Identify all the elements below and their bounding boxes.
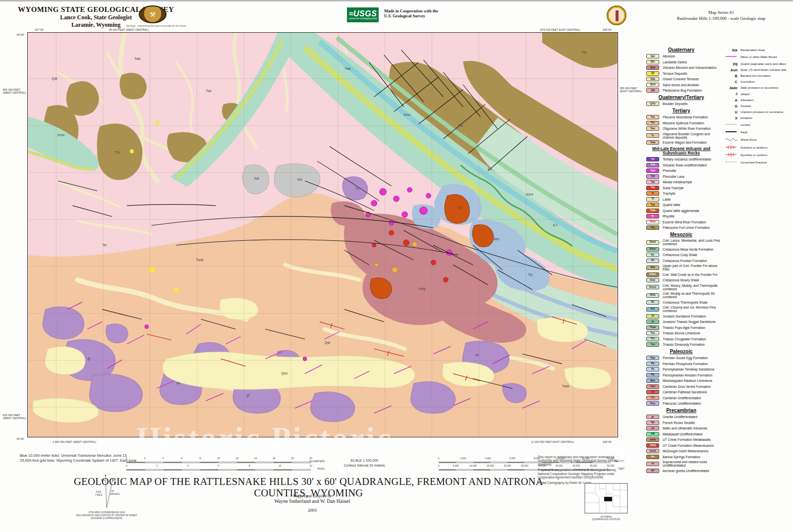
- map-edge-label: 42°30': [16, 437, 24, 440]
- legend-item-Js[interactable]: JsJurassic Sundance Formation: [646, 314, 722, 319]
- symbol-glyph: pg: [724, 61, 740, 66]
- legend-item-Tt[interactable]: TtTrachyte: [646, 191, 722, 196]
- legend-item-Tm[interactable]: TmPliocene Moonstone Formation: [646, 115, 722, 119]
- unit-label-Twr: Twr: [206, 89, 212, 93]
- legend-item-Tra[interactable]: TraTriassic Alcova Limestone: [646, 331, 722, 335]
- credits-block: Mapped and compiled by Wayne Sutherland …: [208, 494, 416, 513]
- legend-symbol-wavy[interactable]: Shear Zone: [724, 137, 791, 143]
- symbol-glyph: [724, 137, 740, 143]
- legend-item-KJ[interactable]: KJCret. Cloverly and Jur. Morrison Fms c…: [646, 306, 722, 313]
- legend-item-Tl[interactable]: TlLatite: [646, 197, 722, 202]
- legend-item-umb[interactable]: umbUT Creek Formation Metabasalts: [646, 437, 722, 442]
- legend-item-Tc[interactable]: TcOligocene Boulder Conglom and channel …: [646, 132, 722, 139]
- legend-item-Pt[interactable]: PtPennsylvanian Tensleep Sandstone: [646, 367, 722, 372]
- legend-symbol-RA[interactable]: RAReclamation Area: [724, 48, 791, 53]
- legend-item-Trc[interactable]: TrcTriassic Chugwater Formation: [646, 337, 722, 341]
- legend-item-Cgv[interactable]: CgvCambrian Gros Ventre Formation: [646, 384, 722, 389]
- legend-item-Cf[interactable]: CfCambrian Flathead Sandstone: [646, 390, 722, 394]
- legend-item-mb[interactable]: mbMetabasalt Undifferentiated: [646, 432, 722, 436]
- legend-item-Tv[interactable]: TvTertiary volcanics undifferentiated: [646, 157, 722, 161]
- legend-swatch-Qav: Qav: [646, 65, 659, 70]
- legend-symbol-J[interactable]: JJasper: [724, 92, 791, 96]
- legend-item-bs[interactable]: bsBarlow Springs Formation: [646, 455, 722, 459]
- legend-item-Pge[interactable]: PgePermian Goose Egg Formation: [646, 356, 722, 360]
- legend-symbol-A[interactable]: AAlteration: [724, 98, 791, 103]
- legend-symbol-syncline[interactable]: Syncline or synform: [724, 152, 791, 158]
- legend-item-mi[interactable]: miMafic and Ultramafic Intrusives: [646, 426, 722, 430]
- legend-symbol-B[interactable]: BBanded iron formation: [724, 74, 791, 78]
- legend-symbol-U[interactable]: UUranium prospect or occurance: [724, 110, 791, 114]
- legend-symbol-Ash[interactable]: AshQuat. (?) wind blown volcanic ash: [724, 68, 791, 72]
- legend-item-Tpl[interactable]: TplPhonolite Lava: [646, 174, 722, 179]
- legend-label: Boulder Deposits: [663, 102, 687, 106]
- legend-item-Trd[interactable]: TrdTriassic Dinwoody Formation: [646, 342, 722, 347]
- legend-symbol-pg[interactable]: pgQuartz pegmatite veins and dikes: [724, 61, 791, 66]
- legend-symbol-X[interactable]: Xprospect: [724, 116, 791, 120]
- legend-item-Klml[interactable]: KlmlCret. Lance, Meeteetse, and Louis Fm…: [646, 239, 722, 246]
- geologic-map-canvas[interactable]: QalTwbTwrTfuTwbTfuKmvKcKlmlKJKmvRARATvTq…: [27, 32, 618, 437]
- legend-item-sc[interactable]: scSupracrustal and related rocks Undiffe…: [646, 460, 722, 467]
- legend-item-Qls[interactable]: QlsLandslide Debris: [646, 60, 722, 64]
- legend-item-Kf[interactable]: KfCretaceous Frontier Formation: [646, 259, 722, 263]
- unit-label-Pp: Pp: [528, 273, 533, 277]
- legend-item-Tst[interactable]: TstSoda Trachyte: [646, 186, 722, 190]
- legend-symbol-G[interactable]: GGossan: [724, 104, 791, 108]
- legend-item-Cu[interactable]: CuCambrian Undifferentiated: [646, 396, 722, 400]
- legend-item-umg[interactable]: umgUT Creek Formation Metavolcanics: [646, 443, 722, 448]
- legend-item-mmb[interactable]: mmbMcDougal Gulch Metavolcanics: [646, 449, 722, 453]
- legend-item-Pa[interactable]: PaPennsylvanian Amsden Formation: [646, 373, 722, 377]
- unit-label-Qal: Qal: [52, 77, 57, 81]
- geologic-map[interactable]: QalTwbTwrTfuTwbTfuKmvKcKlmlKJKmvRARATvTq…: [27, 32, 618, 437]
- legend-item-Twb[interactable]: TwbEocene Wagon bed Formation: [646, 140, 722, 145]
- legend-item-Jn[interactable]: JnJurassic/ Triassic Nugget Sandstone: [646, 319, 722, 324]
- legend-item-Ktm[interactable]: KtmCret. Muddy ss and Thermopolis Sh com…: [646, 292, 722, 299]
- legend-item-Tqla[interactable]: TqlaQuartz latite agglomerate: [646, 209, 722, 213]
- legend-item-Tql[interactable]: TqlQuartz latite: [646, 203, 722, 207]
- legend-item-Kc[interactable]: KcCretaceous Cody Shale: [646, 253, 722, 257]
- index-caption-label: QUADRANGLE LOCATION: [584, 518, 628, 521]
- legend-swatch-fgt: fgt: [646, 421, 659, 425]
- legend-symbol-C[interactable]: CCorundum: [724, 80, 791, 84]
- legend-symbol-line-thick[interactable]: Fault: [724, 129, 791, 135]
- legend-item-Twdr[interactable]: TwdrEocene Wind River Formation: [646, 220, 722, 224]
- legend-item-Qsd[interactable]: QsdSand dunes and Aeolean: [646, 83, 722, 87]
- legend-item-QB[interactable]: QBPleistocene Bug Formation: [646, 88, 722, 93]
- legend-item-Tat[interactable]: TatAlkalai metatrachyte: [646, 180, 722, 184]
- wyoming-index-svg: [584, 483, 628, 514]
- legend-item-Qal[interactable]: QalAlluvium: [646, 54, 722, 58]
- legend-item-Kmv[interactable]: KmvCretaceous Mesa Verde Formation: [646, 247, 722, 252]
- legend-symbol-line-magenta[interactable]: Dikes or other Mafic Rocks: [724, 54, 791, 60]
- legend-item-QTb[interactable]: QTbBoulder Deposits: [646, 102, 722, 106]
- map-edge-label: 35 000 FEET (WEST CENTRAL): [109, 28, 149, 31]
- legend-item-gn[interactable]: gnArchean gneiss Undifferentiated: [646, 469, 722, 473]
- legend-item-gr[interactable]: grGranite Undifferentiated: [646, 415, 722, 419]
- legend-item-Kmr[interactable]: KmrCretaceous Mowry Shale: [646, 278, 722, 282]
- legend-item-Kfu[interactable]: KfuUpper part of Cret. Frontier Fm above…: [646, 264, 722, 271]
- legend-item-Qtg[interactable]: QtgGravel Covered Terraces: [646, 77, 722, 81]
- legend-swatch-Trpa: Trpa: [646, 325, 659, 330]
- legend-symbol-Jade[interactable]: JadeJade prospect or occurance: [724, 86, 791, 90]
- legend-symbol-anticline[interactable]: Anticline or antiform: [724, 145, 791, 151]
- legend-item-Kmst[interactable]: KmstCret. Mowry, Muddy, and Thermopolis …: [646, 284, 722, 291]
- legend-item-Tvf[interactable]: TvfVolcanic flows undifferentiated: [646, 163, 722, 167]
- legend-item-Kt[interactable]: KtCretaceous Thermopolis Shale: [646, 300, 722, 305]
- legend-item-Qav[interactable]: QavVolcanic Alluvium and Volcaniclastics: [646, 65, 722, 70]
- legend-item-Qt[interactable]: QtTerrace Deposits: [646, 71, 722, 76]
- legend-symbol-line-thin[interactable]: contact: [724, 122, 791, 128]
- legend-label: Cambrian Undifferentiated: [663, 396, 701, 400]
- legend-item-Tph[interactable]: TphPhonolite: [646, 168, 722, 173]
- legend-swatch-mmb: mmb: [646, 449, 659, 453]
- legend-item-Tfu[interactable]: TfuPaleocene Fort Union Formation: [646, 225, 722, 230]
- legend-item-fgt[interactable]: fgtFrench Rocks Tonalite: [646, 421, 722, 425]
- legend-symbol-dashed[interactable]: Cemented Fracture: [724, 160, 791, 165]
- legend-item-Pzu[interactable]: PzuPaleozoic Undifferentiated: [646, 401, 722, 406]
- legend-item-Tsr[interactable]: TsrMiocene Splitrock Formation: [646, 121, 722, 125]
- legend-item-Mm[interactable]: MmMississippiam Madison Limestone: [646, 378, 722, 383]
- legend-item-Kfwc[interactable]: KfwcCret. Wall Creek ss in the Frontier …: [646, 272, 722, 277]
- legend-item-Tr[interactable]: TrRhyolite: [646, 214, 722, 218]
- legend-item-Pp[interactable]: PpPermian Phosphoria Formation: [646, 362, 722, 366]
- legend-item-Twr[interactable]: TwrOligocene White River Formation: [646, 126, 722, 131]
- legend-label: Jurassic Sundance Formation: [663, 315, 706, 318]
- legend-item-Trpa[interactable]: TrpaTriassic Popo Agie Formation: [646, 325, 722, 330]
- grid-notes: Blue 10,000-meter ticks: Universal Trans…: [20, 453, 136, 463]
